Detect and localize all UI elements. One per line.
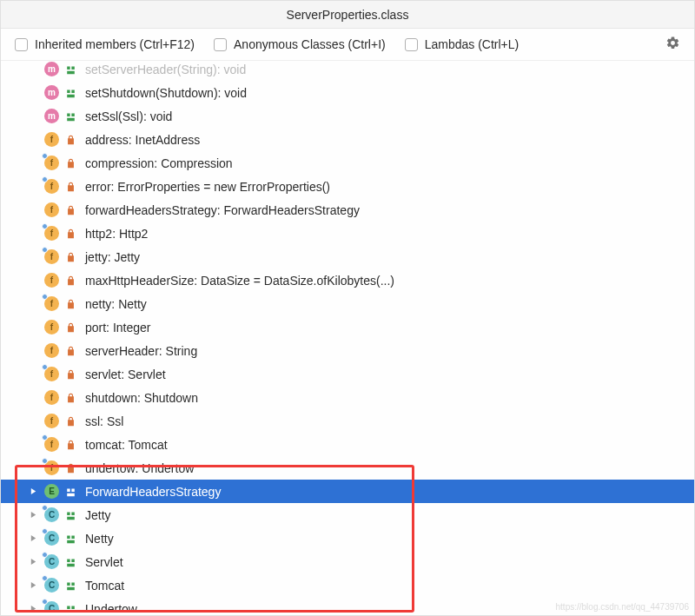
package-visibility-icon: [64, 509, 76, 521]
tree-row[interactable]: CServlet: [1, 550, 694, 573]
lambdas-checkbox[interactable]: Lambdas (Ctrl+L): [405, 37, 520, 51]
expand-arrow-icon[interactable]: [25, 558, 41, 566]
inherited-label: Inherited members (Ctrl+F12): [35, 37, 195, 51]
class-icon: C: [44, 554, 59, 569]
tree-row[interactable]: msetShutdown(Shutdown): void: [1, 81, 694, 104]
window-title: ServerProperties.class: [1, 1, 694, 29]
field-icon: f: [44, 179, 59, 194]
tree-row[interactable]: fcompression: Compression: [1, 151, 694, 175]
tree-row-label: error: ErrorProperties = new ErrorProper…: [85, 180, 330, 194]
tree-row[interactable]: fforwardHeadersStrategy: ForwardHeadersS…: [1, 198, 694, 222]
lambdas-label: Lambdas (Ctrl+L): [425, 37, 520, 51]
tree-row-label: setServerHeader(String): void: [85, 63, 246, 76]
private-lock-icon: [64, 228, 76, 240]
tree-row[interactable]: fjetty: Jetty: [1, 245, 694, 268]
tree-row[interactable]: CJetty: [1, 503, 694, 527]
tree-row[interactable]: msetSsl(Ssl): void: [1, 104, 694, 128]
tree-row[interactable]: fhttp2: Http2: [1, 222, 694, 245]
anonymous-checkbox[interactable]: Anonymous Classes (Ctrl+I): [214, 37, 386, 51]
anonymous-label: Anonymous Classes (Ctrl+I): [234, 37, 386, 51]
inherited-checkbox[interactable]: Inherited members (Ctrl+F12): [15, 37, 195, 51]
method-icon: m: [44, 62, 59, 76]
checkbox-icon: [405, 38, 418, 51]
field-icon: f: [44, 460, 59, 475]
pin-icon: [42, 294, 48, 300]
tree-row[interactable]: EForwardHeadersStrategy: [1, 480, 694, 503]
private-lock-icon: [64, 439, 76, 451]
tree-row[interactable]: fmaxHttpHeaderSize: DataSize = DataSize.…: [1, 268, 694, 292]
tree-row[interactable]: fport: Integer: [1, 315, 694, 339]
tree-row-label: compression: Compression: [85, 156, 233, 170]
tree-row-label: maxHttpHeaderSize: DataSize = DataSize.o…: [85, 274, 394, 288]
field-icon: f: [44, 320, 59, 334]
pin-icon: [42, 552, 48, 558]
package-visibility-icon: [64, 603, 76, 613]
tree-row-label: Netty: [85, 532, 114, 546]
tree-row[interactable]: ftomcat: Tomcat: [1, 433, 694, 456]
expand-arrow-icon[interactable]: [25, 511, 41, 519]
class-icon: C: [44, 601, 59, 613]
pin-icon: [42, 247, 48, 253]
private-lock-icon: [64, 204, 76, 216]
tree-row[interactable]: CTomcat: [1, 573, 694, 597]
tree-row[interactable]: fshutdown: Shutdown: [1, 386, 694, 409]
gear-icon[interactable]: [665, 36, 680, 53]
tree-row[interactable]: fundertow: Undertow: [1, 456, 694, 480]
private-lock-icon: [64, 134, 76, 146]
tree-row[interactable]: msetServerHeader(String): void: [1, 61, 694, 81]
private-lock-icon: [64, 368, 76, 381]
private-lock-icon: [64, 345, 76, 357]
tree-row-label: servlet: Servlet: [85, 368, 166, 381]
pin-icon: [42, 458, 48, 464]
tree-row-label: jetty: Jetty: [85, 250, 140, 264]
tree-row[interactable]: fserverHeader: String: [1, 339, 694, 362]
structure-window: ServerProperties.class Inherited members…: [0, 0, 695, 616]
field-icon: f: [44, 414, 59, 428]
method-icon: m: [44, 109, 59, 123]
private-lock-icon: [64, 462, 76, 474]
class-icon: C: [44, 578, 59, 593]
pin-icon: [42, 223, 48, 229]
tree-row-label: port: Integer: [85, 321, 151, 334]
field-icon: f: [44, 249, 59, 264]
tree-row-label: Undertow: [85, 602, 137, 613]
package-visibility-icon: [64, 533, 76, 545]
pin-icon: [42, 364, 48, 370]
package-visibility-icon: [64, 486, 76, 498]
tree-row-label: ssl: Ssl: [85, 414, 123, 428]
tree-row[interactable]: faddress: InetAddress: [1, 128, 694, 151]
tree-row-label: forwardHeadersStrategy: ForwardHeadersSt…: [85, 203, 360, 217]
private-lock-icon: [64, 157, 76, 169]
tree-row-label: setSsl(Ssl): void: [85, 109, 172, 123]
pin-icon: [42, 153, 48, 159]
field-icon: f: [44, 367, 59, 381]
private-lock-icon: [64, 181, 76, 193]
tree-row[interactable]: fssl: Ssl: [1, 409, 694, 433]
expand-arrow-icon[interactable]: [25, 487, 41, 495]
expand-arrow-icon[interactable]: [25, 605, 41, 613]
pin-icon: [42, 528, 48, 534]
checkbox-icon: [15, 38, 28, 51]
tree-row-label: Tomcat: [85, 579, 124, 593]
field-icon: f: [44, 273, 59, 288]
pin-icon: [42, 575, 48, 581]
tree-row-label: Jetty: [85, 508, 111, 522]
expand-arrow-icon[interactable]: [25, 581, 41, 589]
private-lock-icon: [64, 392, 76, 404]
tree-row-label: ForwardHeadersStrategy: [85, 485, 221, 499]
tree-row[interactable]: fservlet: Servlet: [1, 362, 694, 386]
field-icon: f: [44, 343, 59, 358]
tree-row[interactable]: fnetty: Netty: [1, 292, 694, 315]
field-icon: f: [44, 132, 59, 147]
tree-row-label: Servlet: [85, 555, 123, 569]
private-lock-icon: [64, 415, 76, 427]
tree-row[interactable]: CNetty: [1, 527, 694, 550]
tree-row[interactable]: ferror: ErrorProperties = new ErrorPrope…: [1, 175, 694, 198]
expand-arrow-icon[interactable]: [25, 534, 41, 542]
field-icon: f: [44, 202, 59, 217]
title-text: ServerProperties.class: [287, 8, 409, 22]
field-icon: f: [44, 437, 59, 452]
structure-tree[interactable]: msetServerHeader(String): voidmsetShutdo…: [1, 61, 694, 613]
package-visibility-icon: [64, 87, 76, 99]
package-visibility-icon: [64, 110, 76, 123]
